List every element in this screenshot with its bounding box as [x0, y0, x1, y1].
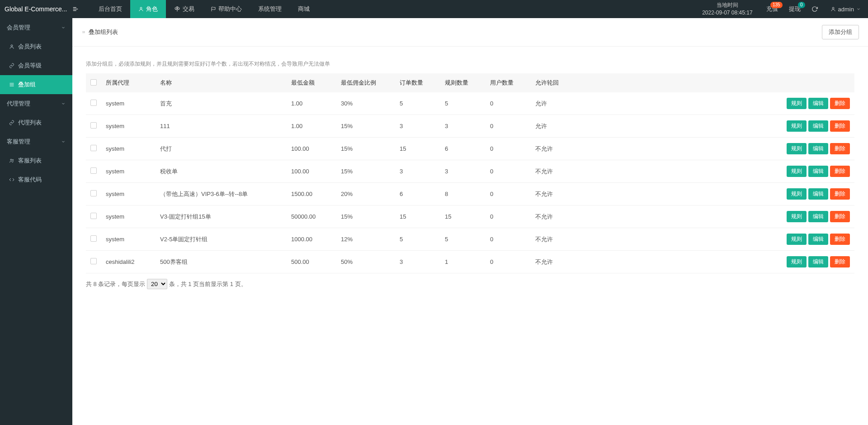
top-nav-label: 系统管理	[258, 5, 282, 13]
sidebar-item[interactable]: 客服代码	[0, 170, 72, 189]
table-row: system代打100.0015%1560不允许规则编辑删除	[86, 138, 854, 160]
sidebar-item[interactable]: 会员等级	[0, 56, 72, 75]
rule-button[interactable]: 规则	[787, 234, 807, 245]
cell-orders: 15	[395, 138, 440, 160]
edit-button[interactable]: 编辑	[808, 234, 828, 245]
sidebar-item[interactable]: 代理列表	[0, 113, 72, 132]
delete-button[interactable]: 删除	[830, 120, 850, 132]
link-icon	[9, 63, 14, 68]
rule-button[interactable]: 规则	[787, 120, 807, 132]
cell-name: V2-5单固定打针组	[156, 228, 287, 251]
users-icon	[9, 158, 14, 163]
top-nav-label: 后台首页	[99, 5, 122, 13]
cell-ratio: 30%	[336, 92, 395, 115]
sidebar-group-title[interactable]: 会员管理	[0, 18, 72, 37]
add-group-button[interactable]: 添加分组	[822, 25, 859, 39]
sidebar-group-label: 会员管理	[7, 24, 30, 32]
select-all-checkbox[interactable]	[90, 79, 97, 86]
delete-button[interactable]: 删除	[830, 234, 850, 245]
delete-button[interactable]: 删除	[830, 143, 850, 154]
top-nav-item[interactable]: 帮助中心	[203, 0, 250, 18]
cell-actions: 规则编辑删除	[576, 183, 854, 205]
edit-button[interactable]: 编辑	[808, 256, 828, 267]
scale-icon	[174, 6, 180, 12]
cell-agent: system	[101, 138, 156, 160]
cell-allow: 不允许	[531, 160, 576, 183]
cell-rules: 3	[440, 115, 486, 138]
sidebar-item[interactable]: 叠加组	[0, 75, 72, 94]
delete-button[interactable]: 删除	[830, 98, 850, 109]
row-checkbox[interactable]	[90, 145, 97, 151]
cell-rules: 6	[440, 138, 486, 160]
refresh-icon	[811, 6, 818, 12]
row-checkbox[interactable]	[90, 190, 97, 196]
edit-button[interactable]: 编辑	[808, 166, 828, 177]
row-checkbox[interactable]	[90, 167, 97, 174]
refresh-button[interactable]	[806, 0, 823, 18]
rule-button[interactable]: 规则	[787, 98, 807, 109]
th-name: 名称	[156, 73, 287, 92]
row-checkbox[interactable]	[90, 213, 97, 219]
cell-name: 税收单	[156, 160, 287, 183]
cell-users: 0	[486, 205, 531, 228]
page-size-select[interactable]: 20	[147, 279, 167, 289]
top-nav-label: 交易	[183, 5, 194, 13]
top-nav-item[interactable]: 后台首页	[90, 0, 130, 18]
edit-button[interactable]: 编辑	[808, 143, 828, 154]
menu-toggle-button[interactable]	[72, 6, 90, 12]
withdraw-button[interactable]: 提现 0	[783, 0, 806, 18]
cell-ratio: 15%	[336, 205, 395, 228]
sidebar-item-label: 会员列表	[18, 43, 42, 51]
cell-allow: 不允许	[531, 205, 576, 228]
svg-point-4	[832, 7, 834, 9]
top-nav-item[interactable]: 商城	[290, 0, 318, 18]
sidebar-group-title[interactable]: 代理管理	[0, 94, 72, 113]
sidebar-group-label: 代理管理	[7, 100, 30, 108]
cell-orders: 3	[395, 160, 440, 183]
rule-button[interactable]: 规则	[787, 211, 807, 222]
th-users: 用户数量	[486, 73, 531, 92]
sidebar-group-title[interactable]: 客服管理	[0, 132, 72, 151]
th-actions	[576, 73, 854, 92]
edit-button[interactable]: 编辑	[808, 98, 828, 109]
row-checkbox[interactable]	[90, 100, 97, 106]
cell-ratio: 15%	[336, 115, 395, 138]
user-menu[interactable]: admin	[823, 0, 868, 18]
delete-button[interactable]: 删除	[830, 188, 850, 200]
delete-button[interactable]: 删除	[830, 166, 850, 177]
edit-button[interactable]: 编辑	[808, 188, 828, 200]
cell-name: V3-固定打针组15单	[156, 205, 287, 228]
edit-button[interactable]: 编辑	[808, 120, 828, 132]
rule-button[interactable]: 规则	[787, 166, 807, 177]
cell-orders: 3	[395, 115, 440, 138]
row-checkbox[interactable]	[90, 122, 97, 129]
sidebar-item-label: 叠加组	[18, 81, 36, 89]
recharge-badge: 135	[770, 2, 783, 8]
chevron-down-icon	[856, 7, 861, 11]
cell-rules: 1	[440, 251, 486, 273]
top-nav-item[interactable]: 角色	[130, 0, 166, 18]
cell-orders: 3	[395, 251, 440, 273]
sidebar-item-label: 客服代码	[18, 176, 42, 184]
sidebar-item[interactable]: 会员列表	[0, 37, 72, 56]
delete-button[interactable]: 删除	[830, 256, 850, 267]
rule-button[interactable]: 规则	[787, 143, 807, 154]
recharge-button[interactable]: 充值 135	[761, 0, 783, 18]
cell-users: 0	[486, 160, 531, 183]
rule-button[interactable]: 规则	[787, 256, 807, 267]
delete-button[interactable]: 删除	[830, 211, 850, 222]
cell-users: 0	[486, 228, 531, 251]
cell-actions: 规则编辑删除	[576, 138, 854, 160]
top-nav-item[interactable]: 系统管理	[250, 0, 290, 18]
list-icon	[9, 82, 14, 87]
row-checkbox[interactable]	[90, 258, 97, 264]
row-checkbox[interactable]	[90, 235, 97, 242]
user-icon	[138, 6, 144, 12]
th-min: 最低金额	[287, 73, 336, 92]
cell-orders: 5	[395, 228, 440, 251]
edit-button[interactable]: 编辑	[808, 211, 828, 222]
rule-button[interactable]: 规则	[787, 188, 807, 200]
table-row: systemV2-5单固定打针组1000.0012%550不允许规则编辑删除	[86, 228, 854, 251]
top-nav-item[interactable]: 交易	[166, 0, 203, 18]
sidebar-item[interactable]: 客服列表	[0, 151, 72, 170]
